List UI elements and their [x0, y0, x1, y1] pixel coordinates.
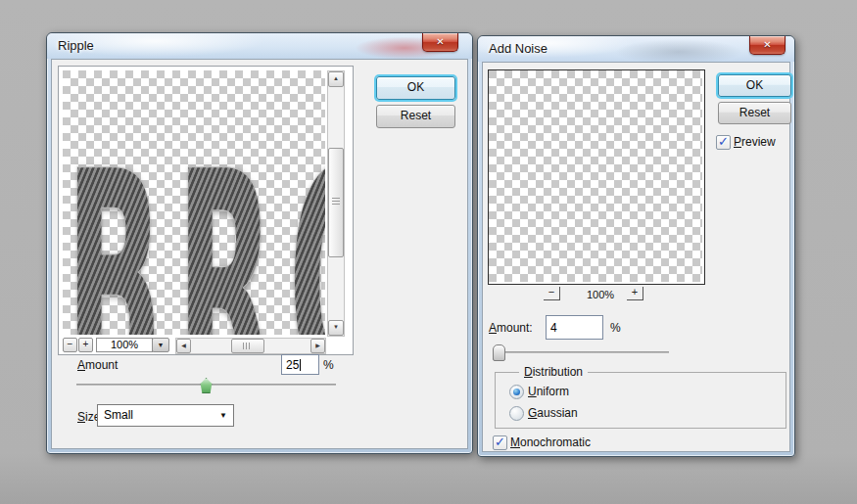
ripple-amount-input[interactable]: 25	[281, 354, 319, 375]
dropdown-arrow-icon: ▼	[158, 342, 165, 348]
hscrollbar-thumb[interactable]	[231, 339, 264, 353]
plus-icon: +	[632, 286, 638, 298]
uniform-radio-label: Uniform	[528, 385, 569, 398]
preview-checkbox[interactable]: ✓	[716, 135, 731, 150]
gaussian-radio[interactable]	[509, 406, 524, 421]
ripple-size-value: Small	[104, 408, 133, 422]
add-noise-amount-value: 4	[550, 321, 557, 335]
ripple-preview-hscrollbar[interactable]: ◀ ▶	[175, 338, 326, 354]
distribution-groupbox: Distribution Uniform Gaussian	[495, 372, 786, 429]
add-noise-amount-slider-thumb[interactable]	[493, 344, 505, 361]
ripple-dialog-title: Ripple	[58, 38, 94, 53]
ripple-preview-vscrollbar[interactable]: ▲ ▼	[327, 70, 345, 337]
distribution-group-label: Distribution	[519, 365, 588, 379]
zoom-out-button[interactable]: −	[544, 287, 560, 300]
add-noise-amount-label: Amount:	[489, 321, 533, 335]
vscrollbar-thumb[interactable]	[328, 148, 344, 257]
text-caret	[300, 359, 301, 371]
zoom-in-button[interactable]: +	[78, 338, 93, 352]
ripple-titlebar[interactable]: Ripple	[47, 33, 472, 59]
add-noise-amount-slider[interactable]	[493, 351, 669, 353]
ripple-zoom-row: − + 100% ▼ ◀ ▶	[59, 338, 351, 352]
add-noise-amount-input[interactable]: 4	[546, 315, 603, 340]
add-noise-titlebar[interactable]: Add Noise	[478, 36, 794, 62]
add-noise-content: − 100% + OK Reset ✓ Preview Amount: 4 % …	[482, 62, 790, 452]
ripple-dialog: Ripple ✕	[46, 32, 473, 454]
ripple-amount-slider[interactable]	[76, 384, 336, 386]
plus-icon: +	[83, 339, 89, 349]
add-noise-close-button[interactable]: ✕	[749, 36, 786, 55]
minus-icon: −	[68, 339, 73, 349]
ripple-content: BRO ▲ ▼ − + 100% ▼ ◀ ▶ OK	[51, 59, 468, 449]
ripple-preview-frame: BRO ▲ ▼ − + 100% ▼ ◀ ▶	[58, 66, 354, 355]
zoom-level-dropdown-button[interactable]: ▼	[152, 338, 169, 352]
right-arrow-icon: ▶	[315, 343, 320, 348]
check-icon: ✓	[718, 134, 729, 149]
add-noise-dialog-title: Add Noise	[489, 41, 548, 56]
minus-icon: −	[548, 286, 554, 298]
dropdown-arrow-icon: ▼	[219, 405, 227, 426]
ripple-amount-slider-thumb[interactable]	[200, 378, 213, 393]
scroll-down-button[interactable]: ▼	[328, 320, 344, 336]
monochromatic-checkbox[interactable]: ✓	[493, 435, 507, 450]
ripple-reset-button[interactable]: Reset	[376, 105, 455, 128]
scroll-right-button[interactable]: ▶	[310, 339, 325, 353]
down-arrow-icon: ▼	[333, 324, 339, 330]
left-arrow-icon: ◀	[181, 343, 186, 348]
zoom-out-button[interactable]: −	[63, 338, 77, 352]
ripple-amount-value: 25	[286, 358, 299, 372]
add-noise-preview-canvas	[489, 70, 702, 282]
transparency-checkerboard	[489, 70, 702, 282]
scroll-up-button[interactable]: ▲	[328, 71, 344, 87]
zoom-in-button[interactable]: +	[627, 287, 643, 300]
add-noise-dialog: Add Noise ✕	[477, 35, 795, 457]
add-noise-zoom-level: 100%	[576, 289, 625, 300]
preview-checkbox-label: Preview	[734, 135, 776, 149]
ripple-ok-button[interactable]: OK	[376, 76, 455, 100]
gaussian-radio-label: Gaussian	[528, 406, 578, 420]
ripple-preview-canvas[interactable]: BRO	[63, 70, 325, 335]
up-arrow-icon: ▲	[333, 75, 339, 81]
ripple-amount-label: Amount	[77, 358, 118, 372]
add-noise-preview-box[interactable]	[488, 69, 705, 285]
ripple-preview-letters: BRO	[66, 106, 325, 335]
uniform-radio[interactable]	[509, 385, 524, 399]
check-icon: ✓	[495, 435, 505, 449]
ripple-size-dropdown[interactable]: Small ▼	[97, 404, 234, 427]
add-noise-ok-button[interactable]: OK	[718, 74, 791, 97]
ripple-zoom-level[interactable]: 100%	[96, 338, 153, 352]
desktop: { "icons": { "close": "✕", "up_arrow": "…	[0, 0, 857, 504]
monochromatic-checkbox-label: Monochromatic	[510, 435, 591, 449]
add-noise-amount-unit: %	[610, 321, 621, 335]
scroll-left-button[interactable]: ◀	[176, 339, 191, 353]
add-noise-reset-button[interactable]: Reset	[718, 102, 791, 124]
ripple-amount-unit: %	[323, 358, 334, 372]
ripple-close-button[interactable]: ✕	[422, 33, 458, 52]
close-icon: ✕	[436, 36, 444, 47]
close-icon: ✕	[763, 39, 771, 50]
